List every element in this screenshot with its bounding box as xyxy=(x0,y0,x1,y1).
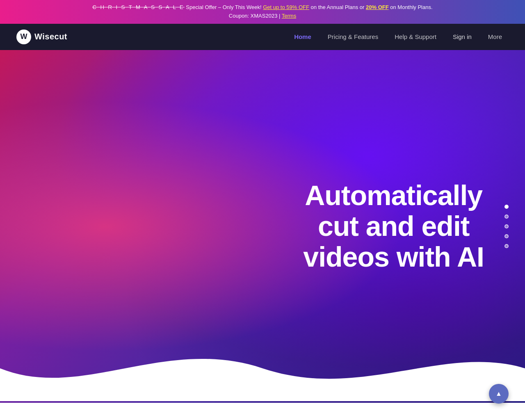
nav-item-pricing[interactable]: Pricing & Features xyxy=(321,33,385,41)
nav-item-signin[interactable]: Sign in xyxy=(446,33,478,41)
hero-section: Automatically cut and edit videos with A… xyxy=(0,50,525,403)
sale-label: C H R I S T M A S S A L E xyxy=(92,4,184,10)
nav-link-signin[interactable]: Sign in xyxy=(446,30,478,43)
nav-link-pricing[interactable]: Pricing & Features xyxy=(321,30,385,43)
nav-item-help[interactable]: Help & Support xyxy=(388,33,443,41)
terms-link[interactable]: Terms xyxy=(282,13,296,19)
hero-title-line3: videos with AI xyxy=(303,241,484,272)
logo-name: Wisecut xyxy=(34,32,67,41)
hero-text-block: Automatically cut and edit videos with A… xyxy=(303,180,484,272)
annual-discount-link[interactable]: Get up to 59% OFF xyxy=(263,4,309,10)
middle-text: on the Annual Plans or xyxy=(311,4,366,10)
hero-title-line2: cut and edit xyxy=(318,210,470,242)
scroll-dot-4[interactable] xyxy=(504,234,509,238)
main-navbar: W Wisecut Home Pricing & Features Help &… xyxy=(0,24,525,50)
hero-content: Automatically cut and edit videos with A… xyxy=(0,180,525,272)
scroll-to-top-button[interactable] xyxy=(489,384,509,404)
nav-link-more[interactable]: More xyxy=(482,30,509,43)
scroll-dot-2[interactable] xyxy=(504,215,509,219)
monthly-discount: 20% OFF xyxy=(366,4,389,10)
coupon-label: Coupon: XMAS2023 | xyxy=(229,13,281,19)
scroll-dot-5[interactable] xyxy=(504,244,509,248)
promo-banner: C H R I S T M A S S A L E Special Offer … xyxy=(0,0,525,24)
scroll-dot-1[interactable] xyxy=(504,205,509,209)
hero-title-line1: Automatically xyxy=(305,180,482,211)
logo-link[interactable]: W Wisecut xyxy=(16,30,67,44)
sale-description: Special Offer – Only This Week! xyxy=(186,4,261,10)
nav-item-more[interactable]: More xyxy=(482,33,509,41)
nav-item-home[interactable]: Home xyxy=(288,33,318,41)
end-text: on Monthly Plans. xyxy=(390,4,432,10)
hero-title: Automatically cut and edit videos with A… xyxy=(303,180,484,272)
nav-link-help[interactable]: Help & Support xyxy=(388,30,443,43)
logo-letter: W xyxy=(21,32,27,41)
nav-link-home[interactable]: Home xyxy=(288,30,318,43)
hero-wave xyxy=(0,336,525,403)
scroll-dot-3[interactable] xyxy=(504,224,509,228)
nav-menu: Home Pricing & Features Help & Support S… xyxy=(288,33,509,41)
logo-icon: W xyxy=(16,30,31,44)
scroll-dots-nav xyxy=(504,205,509,248)
